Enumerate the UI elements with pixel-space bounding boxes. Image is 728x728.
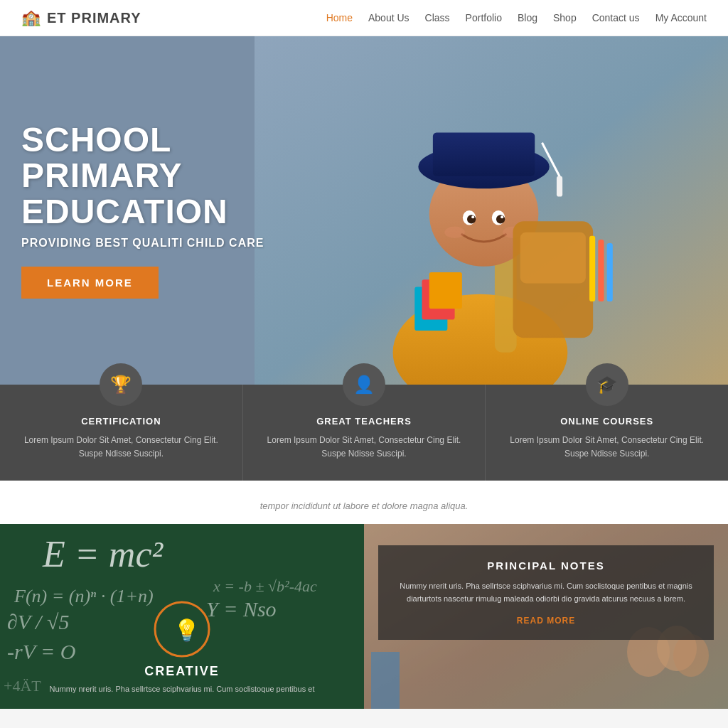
svg-rect-40 (371, 652, 400, 709)
feature-title-courses: ONLINE COURSES (507, 416, 707, 427)
nav-shop[interactable]: Shop (553, 12, 577, 23)
svg-text:E = mc²: E = mc² (42, 534, 164, 574)
svg-text:-rV = O: -rV = O (7, 640, 75, 663)
svg-text:F(n) = (n)ⁿ · (1+n): F(n) = (n)ⁿ · (1+n) (14, 586, 154, 606)
svg-point-14 (501, 215, 504, 218)
nav-portfolio[interactable]: Portfolio (466, 12, 502, 23)
tagline-section: tempor incididunt ut labore et dolore ma… (0, 481, 728, 524)
svg-point-13 (472, 215, 475, 218)
principal-title: PRINCIPAL NOTES (394, 560, 698, 572)
svg-rect-19 (429, 272, 462, 309)
hero-subtitle: PROVIDING BEST QUALITI CHILD CARE (21, 237, 299, 250)
svg-rect-8 (557, 176, 562, 197)
svg-point-15 (445, 227, 466, 238)
feature-text-cert: Lorem Ipsum Dolor Sit Amet, Consectetur … (21, 434, 221, 461)
svg-rect-21 (520, 232, 586, 284)
logo-text: ET PRIMARY (47, 10, 141, 26)
hero-image (255, 36, 728, 385)
svg-rect-22 (589, 236, 595, 301)
person-icon: 👤 (343, 363, 385, 406)
svg-point-11 (467, 215, 476, 223)
svg-rect-6 (433, 132, 535, 176)
creative-label: CREATIVE (144, 664, 220, 679)
principal-panel: PRINCIPAL NOTES Nummy nrerit uris. Pha s… (364, 524, 728, 709)
feature-teachers: 👤 GREAT TEACHERS Lorem Ipsum Dolor Sit A… (243, 385, 486, 481)
feature-title-cert: CERTIFICATION (21, 416, 221, 427)
principal-text: Nummy nrerit uris. Pha sellrtsce sciphva… (394, 580, 698, 605)
svg-rect-24 (607, 243, 613, 301)
principal-notes-box: PRINCIPAL NOTES Nummy nrerit uris. Pha s… (378, 545, 714, 639)
learn-more-button[interactable]: LEARN MORE (21, 267, 159, 299)
creative-description: Nummy nrerit uris. Pha sellrtsce sciphva… (36, 683, 329, 695)
feature-title-teachers: GREAT TEACHERS (264, 416, 464, 427)
nav-home[interactable]: Home (326, 12, 353, 23)
bottom-section: E = mc² F(n) = (n)ⁿ · (1+n) ∂V / √5 -rV … (0, 524, 728, 709)
logo[interactable]: 🏫 ET PRIMARY (21, 9, 141, 27)
hero-content: SCHOOL PRIMARY EDUCATION PROVIDING BEST … (0, 122, 299, 299)
header: 🏫 ET PRIMARY Home About Us Class Portfol… (0, 0, 728, 36)
nav-contact[interactable]: Contact us (592, 12, 640, 23)
svg-text:∂V / √5: ∂V / √5 (7, 610, 69, 633)
svg-text:Y = Nso: Y = Nso (206, 597, 277, 621)
nav-blog[interactable]: Blog (518, 12, 537, 23)
hero-title: SCHOOL PRIMARY EDUCATION (21, 122, 299, 230)
logo-icon: 🏫 (21, 9, 41, 27)
feature-certification: 🏆 CERTIFICATION Lorem Ipsum Dolor Sit Am… (0, 385, 243, 481)
nav-class[interactable]: Class (425, 12, 450, 23)
hero-section: SCHOOL PRIMARY EDUCATION PROVIDING BEST … (0, 36, 728, 385)
tagline-text: tempor incididunt ut labore et dolore ma… (14, 500, 714, 511)
chalkboard-bg: E = mc² F(n) = (n)ⁿ · (1+n) ∂V / √5 -rV … (0, 524, 364, 709)
svg-text:💡: 💡 (173, 618, 200, 643)
nav-about[interactable]: About Us (368, 12, 410, 23)
graduation-icon: 🎓 (586, 363, 628, 406)
svg-text:x = -b ± √b²-4ac: x = -b ± √b²-4ac (213, 577, 317, 595)
main-nav: Home About Us Class Portfolio Blog Shop … (326, 12, 707, 23)
svg-point-12 (496, 215, 505, 223)
read-more-link[interactable]: READ MORE (394, 616, 698, 626)
nav-account[interactable]: My Account (655, 12, 707, 23)
feature-text-courses: Lorem Ipsum Dolor Sit Amet, Consectetur … (507, 434, 707, 461)
svg-point-39 (673, 634, 709, 677)
creative-panel: E = mc² F(n) = (n)ⁿ · (1+n) ∂V / √5 -rV … (0, 524, 364, 709)
trophy-icon: 🏆 (100, 363, 142, 406)
features-bar: 🏆 CERTIFICATION Lorem Ipsum Dolor Sit Am… (0, 385, 728, 481)
feature-text-teachers: Lorem Ipsum Dolor Sit Amet, Consectetur … (264, 434, 464, 461)
feature-courses: 🎓 ONLINE COURSES Lorem Ipsum Dolor Sit A… (486, 385, 728, 481)
svg-rect-23 (599, 240, 604, 301)
